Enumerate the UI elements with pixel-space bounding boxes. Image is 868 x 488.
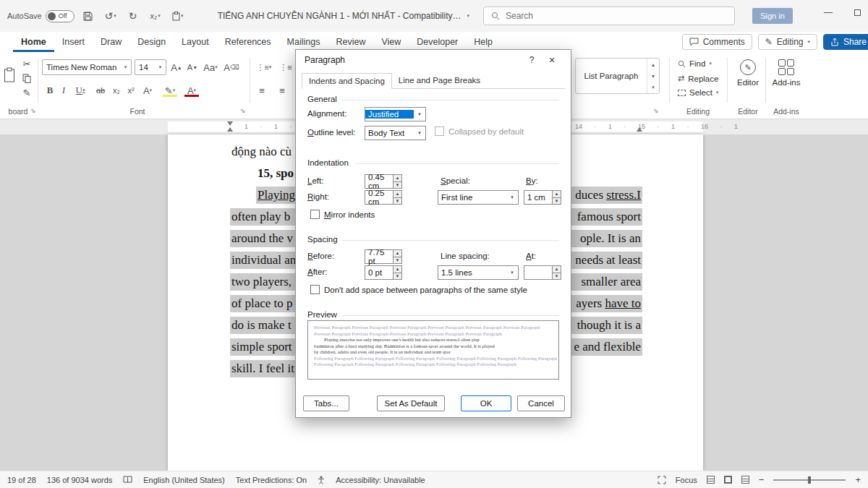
minimize-icon[interactable]: — (824, 7, 833, 17)
spin-down-icon[interactable]: ▼ (553, 273, 561, 280)
paste-button[interactable] (1, 61, 17, 90)
spin-down-icon[interactable]: ▼ (393, 273, 401, 280)
restore-icon[interactable] (854, 9, 861, 16)
tab-indents-and-spacing[interactable]: Indents and Spacing (302, 73, 392, 89)
cut-icon[interactable]: ✂ (20, 58, 33, 69)
read-mode-icon[interactable] (707, 476, 715, 484)
web-layout-icon[interactable] (741, 476, 749, 484)
underline-icon[interactable]: U▾ (71, 82, 90, 98)
special-dropdown[interactable]: First line ▾ (438, 190, 519, 205)
spin-down-icon[interactable]: ▼ (393, 257, 401, 264)
undo-icon[interactable]: ↺▾ (102, 7, 119, 25)
focus-button[interactable]: Focus (676, 476, 697, 484)
gallery-down-icon[interactable]: ▼ (647, 70, 659, 82)
indent-right-spinner[interactable]: 0.25 cm ▲▼ (365, 190, 402, 205)
italic-icon[interactable]: I (58, 82, 69, 98)
tab-design[interactable]: Design (129, 32, 174, 52)
dont-add-space-checkbox[interactable]: Don't add space between paragraphs of th… (310, 285, 527, 294)
style-gallery[interactable]: List Paragraph ▲ ▼ ▾ (575, 58, 660, 94)
grow-font-icon[interactable]: A▲ (169, 59, 184, 75)
numbering-icon[interactable]: ⋮≡ (278, 59, 294, 75)
ok-button[interactable]: OK (461, 395, 511, 411)
at-value[interactable] (524, 265, 552, 280)
proofing-icon[interactable] (123, 476, 132, 484)
tab-line-and-page-breaks[interactable]: Line and Page Breaks (392, 73, 487, 88)
superscript-icon[interactable]: x² (124, 82, 137, 98)
chevron-down-icon[interactable]: ▾ (414, 130, 425, 136)
zoom-in-icon[interactable]: + (855, 474, 861, 485)
tab-references[interactable]: References (217, 32, 279, 52)
replace-button[interactable]: ⇄ Replace (678, 74, 718, 83)
bullets-icon[interactable]: ⋮≡▾ (255, 59, 273, 75)
by-value[interactable]: 1 cm (524, 190, 552, 205)
change-case-icon[interactable]: Aa▾ (201, 59, 220, 75)
gallery-more-icon[interactable]: ▾ (647, 82, 659, 93)
spacing-after-spinner[interactable]: 0 pt ▲▼ (365, 265, 402, 280)
document-title-area[interactable]: TIẾNG ANH CHUYÊN NGÀNH 1 - MỚI NHẤT - Co… (218, 11, 469, 21)
spin-up-icon[interactable]: ▲ (553, 266, 561, 273)
spacing-after-value[interactable]: 0 pt (365, 265, 393, 280)
zoom-slider[interactable] (773, 479, 846, 481)
doc-line[interactable]: 15, spo (256, 165, 295, 182)
cancel-button[interactable]: Cancel (517, 395, 565, 411)
spin-down-icon[interactable]: ▼ (553, 198, 561, 205)
spin-up-icon[interactable]: ▲ (393, 266, 401, 273)
dialog-help-icon[interactable]: ? (522, 55, 542, 65)
chevron-down-icon[interactable]: ▾ (120, 64, 131, 70)
sign-in-button[interactable]: Sign in (752, 8, 793, 24)
search-input[interactable]: Search (483, 7, 735, 25)
format-painter-icon[interactable]: ✎ (20, 87, 33, 98)
chevron-down-icon[interactable]: ▾ (506, 194, 518, 200)
at-spinner[interactable]: ▲▼ (524, 265, 561, 280)
spin-up-icon[interactable]: ▲ (553, 191, 561, 198)
font-color-icon[interactable]: A▾ (182, 82, 201, 98)
clear-formatting-icon[interactable]: A⌫ (223, 59, 240, 75)
autosave-control[interactable]: AutoSave Off (7, 10, 75, 22)
indent-right-value[interactable]: 0.25 cm (365, 190, 393, 205)
shrink-font-icon[interactable]: A▼ (185, 59, 200, 75)
share-button[interactable]: Share (823, 34, 868, 50)
autosave-toggle[interactable]: Off (46, 10, 75, 22)
line-spacing-dropdown[interactable]: 1.5 lines ▾ (438, 265, 519, 280)
comments-button[interactable]: Comments (682, 34, 752, 50)
editor-button[interactable]: ✎ Editor (732, 59, 764, 87)
add-ins-button[interactable]: Add-ins (769, 59, 804, 87)
tab-draw[interactable]: Draw (93, 32, 129, 52)
clipboard-dialog-launcher-icon[interactable]: ⇘ (30, 107, 36, 114)
paragraph-dialog-launcher-icon[interactable]: ⇘ (653, 107, 659, 114)
checkbox-icon[interactable] (310, 285, 320, 294)
spin-up-icon[interactable]: ▲ (393, 191, 401, 198)
hanging-indent-marker[interactable] (227, 127, 233, 132)
zoom-slider-thumb[interactable] (808, 476, 811, 484)
right-indent-marker[interactable] (637, 127, 642, 132)
subscript-icon[interactable]: x₂ (110, 82, 123, 98)
language-indicator[interactable]: English (United States) (143, 476, 225, 484)
save-icon[interactable] (80, 7, 97, 25)
doc-line[interactable]: động nào cù (230, 143, 293, 160)
redo-icon[interactable]: ↻ (124, 7, 142, 25)
word-count[interactable]: 136 of 9034 words (47, 476, 113, 484)
mirror-indents-checkbox[interactable]: Mirror indents (310, 210, 375, 219)
page-indicator[interactable]: 19 of 28 (7, 476, 36, 484)
font-dialog-launcher-icon[interactable]: ⇘ (240, 107, 246, 114)
spin-up-icon[interactable]: ▲ (393, 175, 401, 182)
tab-insert[interactable]: Insert (54, 32, 93, 52)
copy-icon[interactable] (20, 72, 33, 84)
highlight-color-icon[interactable]: ✎▾ (161, 82, 179, 98)
font-name-combobox[interactable]: Times New Roman ▾ (42, 59, 132, 75)
chevron-down-icon[interactable]: ▾ (506, 270, 518, 275)
gallery-up-icon[interactable]: ▲ (647, 59, 659, 70)
strikethrough-icon[interactable]: ab (93, 82, 109, 98)
tab-home[interactable]: Home (13, 32, 54, 52)
accessibility-indicator[interactable]: Accessibility: Unavailable (336, 476, 425, 484)
select-button[interactable]: Select ▾ (678, 88, 718, 97)
outline-level-dropdown[interactable]: Body Text ▾ (365, 126, 426, 140)
chevron-down-icon[interactable]: ▾ (414, 111, 425, 117)
text-predictions-indicator[interactable]: Text Predictions: On (236, 476, 307, 484)
text-effects-icon[interactable]: A▾ (139, 82, 156, 98)
spin-down-icon[interactable]: ▼ (393, 182, 401, 189)
tab-layout[interactable]: Layout (174, 32, 217, 52)
align-center-icon[interactable]: ≡ (275, 82, 289, 98)
find-button[interactable]: Find ▾ (678, 59, 712, 68)
indent-left-spinner[interactable]: 0.45 cm ▲▼ (365, 174, 402, 189)
